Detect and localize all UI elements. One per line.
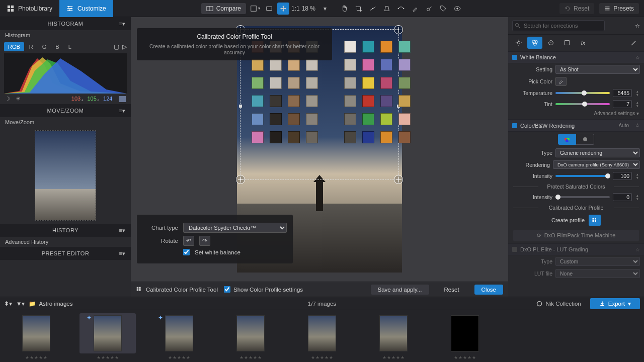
repair-tool-icon[interactable] <box>423 3 435 15</box>
category-color-icon[interactable] <box>527 37 542 49</box>
render-rendering-select[interactable]: DxO camera profile (Sony A6600) <box>553 160 640 169</box>
clipping-highlights-icon[interactable]: ▷ <box>122 43 127 50</box>
highlight-clip-icon[interactable]: ☀ <box>16 96 21 102</box>
nik-collection-button[interactable]: Nik Collection <box>531 299 586 308</box>
thumbnail-rating[interactable]: ★★★★★ <box>25 355 48 360</box>
favorite-star-icon[interactable]: ☆ <box>635 23 640 29</box>
section-toggle[interactable] <box>512 123 517 128</box>
rgb-tab-r[interactable]: R <box>25 42 37 51</box>
clipping-shadows-icon[interactable]: ▢ <box>114 43 119 50</box>
rgb-tab-rgb[interactable]: RGB <box>4 42 24 51</box>
hand-tool-icon[interactable] <box>339 3 351 15</box>
lut-file-select[interactable]: None <box>555 269 640 278</box>
presets-button[interactable]: Presets <box>599 3 639 14</box>
overlay-handle-tr[interactable] <box>394 25 403 34</box>
reset-button[interactable]: Reset <box>559 3 594 14</box>
history-header[interactable]: HISTORY ≡▾ <box>0 224 131 237</box>
search-input[interactable] <box>512 20 605 31</box>
render-intensity-slider[interactable] <box>555 172 610 179</box>
thumbnail-item[interactable]: ★★★★★DSC00561.ARW <box>363 313 424 359</box>
section-toggle[interactable] <box>512 55 517 60</box>
thumbnail-item[interactable]: ★★★★★DSC00560.ARW <box>292 313 352 359</box>
save-apply-button[interactable]: Save and apply... <box>371 285 429 295</box>
shadow-clip-icon[interactable]: ☽ <box>5 96 10 102</box>
thumbnail-item[interactable]: ★★★★★DSC00559.ARW <box>220 313 281 359</box>
auto-button[interactable]: Auto <box>618 123 629 128</box>
category-light-icon[interactable] <box>511 37 526 49</box>
rotate-right-button[interactable]: ↷ <box>199 236 210 246</box>
lut-type-select[interactable]: Custom <box>555 257 640 266</box>
render-type-select[interactable]: Generic rendering <box>555 148 640 157</box>
wb-temp-value[interactable]: 5485 <box>613 89 632 97</box>
export-button[interactable]: Export ▾ <box>590 298 640 309</box>
preview-eye-icon[interactable] <box>451 3 463 15</box>
folder-name[interactable]: Astro images <box>39 301 72 307</box>
fullscreen-button[interactable] <box>263 3 275 15</box>
whitebalance-picker-icon[interactable] <box>409 3 421 15</box>
bw-mode-button[interactable] <box>576 134 594 145</box>
show-settings-checkbox[interactable] <box>224 286 230 293</box>
thumbnail-rating[interactable]: ★★★★★ <box>311 355 334 360</box>
wb-tint-value[interactable]: 7 <box>613 100 632 108</box>
category-geometry-icon[interactable] <box>559 37 575 49</box>
histogram-header[interactable]: HISTOGRAM ≡▾ <box>0 17 131 30</box>
wb-advanced-link[interactable]: Advanced settings ▾ <box>508 110 644 119</box>
thumbnail-rating[interactable]: ★★★★★ <box>97 355 119 360</box>
section-white-balance[interactable]: White Balance ☆ <box>508 51 644 63</box>
local-adjustments-icon[interactable] <box>626 37 641 49</box>
thumbnail-item[interactable]: ✦★★★★★DSC00554.ARW <box>77 313 138 359</box>
thumbnail-item[interactable]: ★★★★★DSC00565.ARW <box>435 313 495 359</box>
rgb-tab-l[interactable]: L <box>64 42 75 51</box>
zoom-fit-label[interactable]: 1:1 <box>291 5 300 12</box>
chart-type-select[interactable]: Datacolor Spyder Checkr™ <box>183 223 287 233</box>
close-button[interactable]: Close <box>474 285 503 295</box>
category-detail-icon[interactable] <box>543 37 558 49</box>
section-color-rendering[interactable]: Color/B&W Rendering Auto ☆ <box>508 119 644 132</box>
panel-menu-icon[interactable]: ≡▾ <box>119 227 126 234</box>
layout-dropdown[interactable]: ▾ <box>249 3 261 15</box>
set-white-balance-checkbox[interactable] <box>183 249 190 255</box>
favorite-icon[interactable]: ☆ <box>635 55 640 60</box>
wb-temp-slider[interactable] <box>555 89 610 97</box>
movezoom-header[interactable]: MOVE/ZOOM ≡▾ <box>0 104 131 117</box>
pick-color-button[interactable] <box>555 77 567 86</box>
protect-intensity-slider[interactable] <box>555 194 610 201</box>
toolstrip-reset-button[interactable]: Reset <box>435 285 468 295</box>
zoom-dropdown[interactable]: 18 % ▾ <box>302 5 327 12</box>
tag-tool-icon[interactable] <box>437 3 449 15</box>
overlay-handle-left[interactable] <box>239 105 242 108</box>
create-profile-button[interactable] <box>589 215 601 226</box>
crop-tool-icon[interactable] <box>353 3 365 15</box>
thumbnail-rating[interactable]: ★★★★★ <box>382 355 405 360</box>
preset-editor-header[interactable]: PRESET EDITOR ≡▾ <box>0 247 131 260</box>
wb-tint-slider[interactable] <box>555 101 610 108</box>
sort-dropdown-icon[interactable]: ⬍▾ <box>4 300 12 307</box>
tab-photolibrary[interactable]: PhotoLibrary <box>0 0 59 17</box>
filmpack-button[interactable]: ⟳ DxO FilmPack Time Machine <box>513 230 639 241</box>
section-lut[interactable]: DxO PL Elite - LUT Grading ☆ <box>508 243 644 255</box>
protect-intensity-value[interactable]: 0 <box>613 193 632 201</box>
filter-icon[interactable]: ▼▾ <box>16 300 25 307</box>
panel-menu-icon[interactable]: ≡▾ <box>119 21 126 27</box>
render-intensity-value[interactable]: 100 <box>613 172 632 180</box>
move-tool-button[interactable] <box>277 3 289 15</box>
overlay-handle-br[interactable] <box>394 175 403 184</box>
category-effects-icon[interactable]: fx <box>576 37 591 49</box>
rgb-tab-b[interactable]: B <box>51 42 63 51</box>
panel-menu-icon[interactable]: ≡▾ <box>119 250 126 257</box>
perspective-tool-icon[interactable] <box>381 3 393 15</box>
section-toggle[interactable] <box>512 247 517 252</box>
panel-menu-icon[interactable]: ≡▾ <box>119 108 126 114</box>
thumbnail-rating[interactable]: ★★★★★ <box>454 355 476 360</box>
overlay-handle-bl[interactable] <box>236 175 245 184</box>
horizon-tool-icon[interactable] <box>367 3 379 15</box>
compare-button[interactable]: Compare <box>201 3 246 14</box>
reshape-tool-icon[interactable] <box>395 3 407 15</box>
color-mode-button[interactable] <box>558 134 576 145</box>
thumbnail-item[interactable]: ★★★★★DSC00...-NR.dng <box>6 313 66 359</box>
thumbnail-rating[interactable]: ★★★★★ <box>168 355 191 360</box>
movezoom-navigator[interactable] <box>35 130 96 221</box>
rotate-left-button[interactable]: ↶ <box>183 236 194 246</box>
wb-setting-select[interactable]: As Shot <box>555 65 640 74</box>
thumbnail-rating[interactable]: ★★★★★ <box>239 355 262 360</box>
